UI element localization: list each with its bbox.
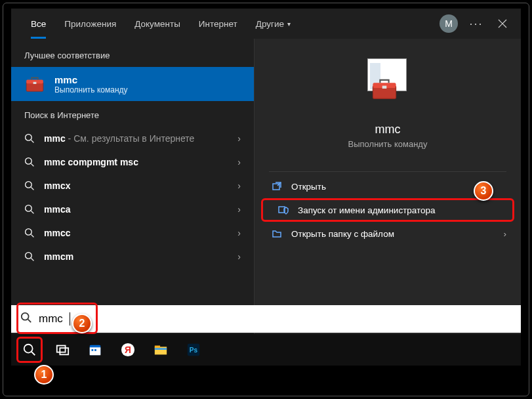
web-result-item[interactable]: mmc compmgmt msc› [11, 150, 254, 174]
tab-web[interactable]: Интернет [190, 9, 247, 39]
web-results-header: Поиск в Интернете [11, 101, 254, 127]
svg-text:Ps: Ps [190, 346, 198, 354]
search-icon [24, 204, 35, 215]
annotation-3: 3 [474, 181, 493, 201]
svg-point-5 [26, 182, 32, 188]
svg-point-4 [26, 158, 32, 165]
search-icon [24, 180, 35, 191]
svg-point-7 [26, 229, 32, 236]
best-match-title: mmc [54, 74, 128, 85]
chevron-down-icon: ▾ [287, 20, 291, 28]
chevron-right-icon: › [237, 251, 241, 262]
search-icon [24, 251, 35, 262]
svg-rect-25 [155, 346, 160, 348]
svg-rect-11 [382, 86, 387, 89]
svg-text:Я: Я [125, 345, 131, 355]
close-button[interactable] [489, 10, 516, 37]
svg-rect-16 [57, 346, 66, 352]
tab-apps[interactable]: Приложения [55, 9, 125, 39]
svg-rect-26 [155, 348, 167, 350]
action-open-folder[interactable]: Открыть папку с файлом › [255, 222, 521, 245]
taskbar: Я Ps [11, 334, 521, 366]
annotation-1: 1 [34, 365, 54, 385]
web-result-item[interactable]: mmcx› [11, 174, 254, 198]
web-result-item[interactable]: mmc - См. результаты в Интернете› [11, 127, 254, 150]
taskbar-yandex[interactable]: Я [112, 334, 144, 366]
preview-title: mmc [375, 123, 401, 136]
taskbar-search-button[interactable] [14, 334, 45, 366]
tab-all[interactable]: Все [22, 9, 55, 39]
chevron-right-icon: › [237, 180, 241, 191]
toolbox-icon [24, 74, 45, 94]
preview-app-icon [361, 58, 415, 112]
tab-more[interactable]: Другие▾ [247, 9, 300, 39]
tab-documents[interactable]: Документы [125, 9, 190, 39]
folder-icon [272, 228, 282, 239]
svg-point-3 [26, 135, 32, 141]
svg-point-6 [26, 205, 32, 212]
web-result-item[interactable]: mmcm› [11, 245, 254, 268]
shield-admin-icon [278, 205, 289, 215]
search-icon [24, 157, 35, 167]
svg-point-8 [26, 253, 32, 259]
best-match-subtitle: Выполнить команду [54, 85, 128, 94]
svg-rect-17 [60, 348, 68, 354]
web-result-item[interactable]: mmcc› [11, 221, 254, 245]
svg-rect-21 [94, 349, 96, 351]
action-run-as-admin[interactable]: Запуск от имени администратора [261, 198, 514, 222]
web-result-item[interactable]: mmca› [11, 198, 254, 221]
chevron-right-icon: › [237, 157, 241, 167]
taskbar-calendar[interactable] [79, 334, 111, 366]
chevron-right-icon: › [504, 229, 507, 239]
open-icon [272, 181, 282, 192]
search-icon [24, 228, 35, 238]
search-icon [24, 133, 35, 144]
svg-rect-2 [33, 82, 37, 84]
best-match-header: Лучшее соответствие [11, 41, 254, 67]
annotation-2: 2 [72, 314, 92, 333]
taskbar-task-view[interactable] [47, 334, 78, 366]
svg-point-15 [24, 345, 33, 353]
chevron-right-icon: › [237, 228, 241, 238]
svg-rect-19 [90, 347, 101, 355]
window-frame: Все Приложения Документы Интернет Другие… [3, 3, 529, 396]
chevron-right-icon: › [237, 133, 241, 144]
taskbar-photoshop[interactable]: Ps [178, 334, 209, 366]
taskbar-explorer[interactable] [145, 334, 176, 366]
user-avatar[interactable]: M [440, 14, 458, 33]
divider [269, 171, 506, 172]
preview-subtitle: Выполнить команду [348, 139, 428, 149]
chevron-right-icon: › [237, 204, 241, 215]
more-options-button[interactable]: ··· [463, 10, 489, 37]
svg-rect-20 [92, 349, 94, 351]
best-match-item[interactable]: mmc Выполнить команду [11, 67, 254, 101]
filter-tabs: Все Приложения Документы Интернет Другие… [11, 9, 521, 39]
